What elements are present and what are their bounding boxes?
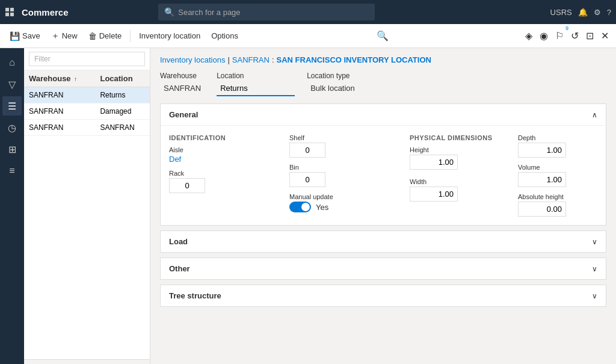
settings-icon[interactable]: ⚙ [594, 8, 601, 17]
badge-icon[interactable]: ⚐9 [553, 28, 566, 44]
action-search-icon[interactable]: 🔍 [372, 28, 393, 44]
tree-structure-section: Tree structure ∨ [160, 285, 606, 307]
shelf-value[interactable]: 0 [289, 143, 325, 158]
general-chevron-icon: ∧ [592, 111, 597, 119]
warehouse-value: SANFRAN [160, 81, 205, 95]
manual-update-toggle[interactable] [289, 202, 311, 212]
physical-dimensions-label: PHYSICAL DIMENSIONS [410, 134, 494, 141]
manual-update-value: Yes [316, 203, 328, 212]
shelf-group: Shelf 0 [289, 134, 362, 158]
depth-value[interactable]: 1.00 [518, 143, 566, 158]
width-label: Width [410, 178, 494, 185]
refresh-icon[interactable]: ↺ [568, 28, 581, 44]
other-title: Other [169, 264, 190, 273]
height-value[interactable]: 1.00 [410, 155, 458, 170]
sidebar-clock-icon[interactable]: ◷ [2, 118, 22, 137]
breadcrumb-current: SAN FRANCISCO INVENTORY LOCATION [277, 55, 431, 64]
warehouse-field: Warehouse SANFRAN [160, 72, 205, 96]
location-cell: SANFRAN [95, 120, 150, 136]
sort-arrow-icon: ↑ [74, 76, 77, 82]
location-cell: Returns [95, 87, 150, 103]
volume-value[interactable]: 1.00 [518, 172, 566, 187]
notifications-icon[interactable]: 🔔 [578, 8, 588, 17]
rack-value[interactable]: 0 [169, 178, 205, 193]
aisle-value[interactable]: Def [169, 155, 265, 164]
search-icon: 🔍 [164, 7, 174, 17]
delete-button[interactable]: 🗑 Delete [84, 26, 127, 46]
warehouse-cell: SANFRAN [24, 87, 95, 103]
absolute-height-value[interactable]: 0.00 [518, 202, 566, 217]
list-item[interactable]: SANFRANDamaged [24, 103, 150, 120]
warehouse-label: Warehouse [160, 72, 205, 80]
breadcrumb-link[interactable]: Inventory locations [160, 55, 225, 64]
general-section-header[interactable]: General ∧ [161, 104, 606, 126]
list-item[interactable]: SANFRANSANFRAN [24, 120, 150, 136]
warehouse-cell: SANFRAN [24, 103, 95, 120]
filter-input[interactable] [29, 52, 145, 66]
other-section: Other ∨ [160, 258, 606, 280]
list-item[interactable]: SANFRANReturns [24, 87, 150, 103]
save-button[interactable]: 💾 Save [5, 26, 45, 46]
toggle-knob [301, 203, 310, 211]
list-scrollbar[interactable] [24, 359, 150, 364]
tree-structure-section-header[interactable]: Tree structure ∨ [161, 285, 606, 306]
bin-value[interactable]: 0 [289, 172, 325, 187]
close-icon[interactable]: ✕ [599, 28, 611, 44]
pin-icon[interactable]: ◈ [523, 28, 535, 44]
app-grid-icon[interactable] [5, 7, 14, 17]
depth-group: Depth 1.00 [518, 134, 602, 158]
absolute-height-group: Absolute height 0.00 [518, 193, 602, 217]
width-group: Width 1.00 [410, 178, 494, 202]
sidebar-grid-icon[interactable]: ⊞ [2, 140, 22, 159]
height-label: Height [410, 146, 494, 153]
inventory-location-button[interactable]: Inventory location [134, 26, 205, 46]
load-title: Load [169, 237, 188, 246]
manual-update-label: Manual update [289, 193, 362, 200]
volume-label: Volume [518, 164, 602, 171]
location-input[interactable] [217, 81, 295, 96]
location-label: Location [217, 72, 295, 80]
identification-label: IDENTIFICATION [169, 134, 265, 141]
svg-rect-2 [5, 13, 9, 16]
breadcrumb-colon: : [272, 55, 274, 64]
breadcrumb-warehouse[interactable]: SANFRAN [232, 55, 270, 64]
svg-rect-3 [10, 13, 14, 16]
tree-structure-chevron-icon: ∨ [592, 292, 597, 300]
other-chevron-icon: ∨ [592, 265, 597, 273]
manual-update-group: Manual update Yes [289, 193, 362, 212]
aisle-label: Aisle [169, 146, 265, 153]
new-button[interactable]: ＋ New [46, 26, 82, 46]
breadcrumb: Inventory locations | SANFRAN : SAN FRAN… [160, 55, 606, 64]
search-input[interactable] [178, 8, 369, 17]
location-type-label: Location type [307, 72, 359, 80]
tree-structure-title: Tree structure [169, 291, 221, 300]
warehouse-column-header[interactable]: Warehouse ↑ [24, 70, 95, 87]
help-icon[interactable]: ? [607, 8, 611, 17]
location-field[interactable]: Location [217, 72, 295, 96]
sidebar-home-icon[interactable]: ⌂ [2, 53, 22, 72]
absolute-height-label: Absolute height [518, 193, 602, 200]
global-search[interactable]: 🔍 [158, 4, 375, 20]
other-section-header[interactable]: Other ∨ [161, 258, 606, 279]
width-value[interactable]: 1.00 [410, 187, 458, 202]
sidebar-filter-icon[interactable]: ▽ [2, 75, 22, 94]
general-section: General ∧ IDENTIFICATION Aisle Def Rack [160, 103, 606, 226]
height-group: Height 1.00 [410, 146, 494, 170]
bin-label: Bin [289, 164, 362, 171]
office-icon[interactable]: ◉ [537, 28, 550, 44]
records-table: Warehouse ↑ Location SANFRANReturnsSANFR… [24, 70, 150, 359]
shelf-bin-col: Shelf 0 Bin 0 Manual update [289, 134, 362, 217]
load-section-header[interactable]: Load ∨ [161, 231, 606, 252]
options-button[interactable]: Options [206, 26, 243, 46]
location-column-header[interactable]: Location [95, 70, 150, 87]
popout-icon[interactable]: ⊡ [584, 28, 596, 44]
bin-group: Bin 0 [289, 164, 362, 187]
new-icon: ＋ [51, 31, 60, 42]
volume-group: Volume 1.00 [518, 164, 602, 187]
save-icon: 💾 [10, 31, 20, 41]
list-panel: Warehouse ↑ Location SANFRANReturnsSANFR… [24, 48, 150, 364]
warehouse-cell: SANFRAN [24, 120, 95, 136]
sidebar-list-icon[interactable]: ☰ [2, 96, 22, 116]
identification-col: IDENTIFICATION Aisle Def Rack 0 [169, 134, 265, 217]
sidebar-menu-icon[interactable]: ≡ [2, 161, 22, 180]
